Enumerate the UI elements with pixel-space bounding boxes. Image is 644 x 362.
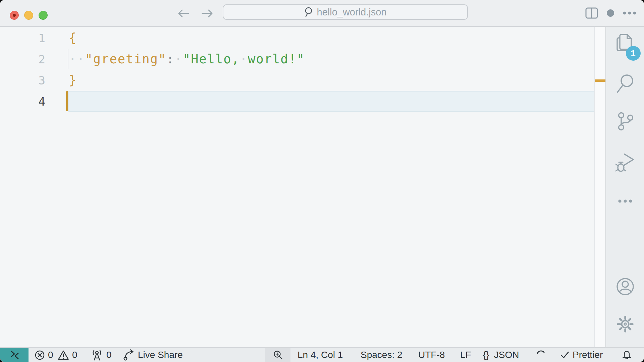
debug-play-icon bbox=[615, 152, 635, 173]
overview-ruler[interactable] bbox=[594, 27, 605, 347]
forward-arrow-icon[interactable] bbox=[201, 8, 214, 19]
close-button[interactable] bbox=[10, 11, 19, 20]
language-mode[interactable]: {} JSON bbox=[483, 348, 519, 362]
code-line: 4 bbox=[0, 91, 605, 112]
remote-indicator[interactable] bbox=[0, 348, 29, 362]
formatter-indicator[interactable]: Prettier bbox=[560, 348, 603, 362]
code-token: } bbox=[69, 73, 77, 87]
line-number-active: 4 bbox=[0, 95, 45, 108]
account-icon[interactable] bbox=[616, 277, 635, 296]
ports-broadcast[interactable]: 0 bbox=[91, 348, 112, 362]
code-text: ··"greeting":·"Hello,·world!" bbox=[45, 52, 305, 66]
live-share-label: Live Share bbox=[138, 350, 183, 360]
broadcast-count: 0 bbox=[106, 350, 112, 360]
search-icon bbox=[304, 7, 314, 17]
whitespace-dots: ·· bbox=[69, 52, 85, 66]
window-title: hello_world.json bbox=[317, 7, 387, 18]
remote-icon bbox=[9, 350, 20, 360]
encoding-indicator[interactable]: UTF-8 bbox=[418, 348, 445, 362]
layout-circle-icon[interactable] bbox=[607, 9, 614, 17]
unsaved-dot-icon bbox=[13, 14, 16, 17]
code-editor[interactable]: 1 { 2 ··"greeting":·"Hello,·world!" 3 } … bbox=[0, 27, 605, 347]
cursor-position[interactable]: Ln 4, Col 1 bbox=[298, 348, 343, 362]
eol-indicator[interactable]: LF bbox=[460, 348, 471, 362]
minimize-button[interactable] bbox=[24, 11, 33, 20]
sidebar-item-source-control[interactable] bbox=[616, 112, 635, 131]
sidebar-item-run-debug[interactable] bbox=[615, 152, 635, 173]
line-number: 2 bbox=[0, 53, 45, 66]
json-key-token: "greeting" bbox=[85, 52, 167, 66]
search-icon bbox=[616, 74, 635, 94]
back-arrow-icon[interactable] bbox=[177, 8, 190, 19]
title-bar: hello_world.json bbox=[0, 0, 644, 27]
explorer-badge: 1 bbox=[626, 46, 641, 61]
sidebar-item-explorer[interactable]: 1 bbox=[615, 33, 635, 54]
more-actions-icon[interactable] bbox=[623, 11, 636, 15]
code-token: { bbox=[69, 31, 77, 45]
line-number: 3 bbox=[0, 74, 45, 87]
notifications-bell[interactable] bbox=[621, 348, 632, 362]
zoom-indicator-button[interactable] bbox=[265, 348, 290, 362]
whitespace-dot: · bbox=[175, 52, 183, 66]
code-text: { bbox=[45, 31, 77, 45]
split-editor-icon[interactable] bbox=[585, 7, 598, 19]
language-label: JSON bbox=[494, 350, 519, 360]
maximize-button[interactable] bbox=[39, 11, 48, 20]
command-center-search[interactable]: hello_world.json bbox=[223, 4, 468, 20]
titlebar-actions bbox=[585, 7, 636, 19]
whitespace-dot: · bbox=[240, 52, 248, 66]
string-token: world!" bbox=[248, 52, 305, 66]
history-navigation bbox=[177, 8, 214, 19]
string-token: "Hello, bbox=[183, 52, 240, 66]
problems-warnings[interactable]: 0 bbox=[58, 348, 77, 362]
problems-errors[interactable]: 0 bbox=[35, 348, 53, 362]
zoom-in-icon bbox=[273, 350, 283, 360]
settings-gear-icon[interactable] bbox=[615, 314, 635, 334]
broadcast-tower-icon bbox=[91, 350, 103, 361]
git-branch-icon bbox=[616, 112, 635, 131]
error-count: 0 bbox=[48, 350, 53, 360]
status-bar: 0 0 0 Live Share bbox=[0, 347, 644, 362]
code-line: 3 } bbox=[0, 70, 605, 91]
code-text: } bbox=[45, 73, 77, 87]
vscode-window: hello_world.json 1 { bbox=[0, 0, 644, 362]
formatter-label: Prettier bbox=[573, 350, 603, 360]
indentation-indicator[interactable]: Spaces: 2 bbox=[361, 348, 402, 362]
colon-token: : bbox=[166, 52, 174, 66]
warning-icon bbox=[58, 350, 69, 360]
live-share-icon bbox=[123, 349, 135, 361]
live-share-button[interactable]: Live Share bbox=[123, 348, 183, 362]
spinner-icon bbox=[536, 350, 546, 360]
code-line: 2 ··"greeting":·"Hello,·world!" bbox=[0, 49, 605, 70]
error-icon bbox=[35, 350, 45, 360]
braces-icon: {} bbox=[483, 350, 489, 360]
overview-ruler-mark bbox=[595, 79, 605, 82]
bell-icon bbox=[621, 350, 632, 360]
sidebar-more-icon[interactable] bbox=[618, 199, 633, 203]
sidebar-item-search[interactable] bbox=[616, 74, 635, 94]
workbench: 1 { 2 ··"greeting":·"Hello,·world!" 3 } … bbox=[0, 27, 644, 347]
window-controls bbox=[10, 11, 48, 20]
loading-spinner bbox=[536, 348, 546, 362]
warning-count: 0 bbox=[72, 350, 77, 360]
activity-bar: 1 bbox=[605, 27, 644, 347]
code-lines: 1 { 2 ··"greeting":·"Hello,·world!" 3 } … bbox=[0, 27, 605, 112]
check-icon bbox=[560, 351, 570, 359]
code-line: 1 { bbox=[0, 27, 605, 49]
line-number: 1 bbox=[0, 32, 45, 45]
